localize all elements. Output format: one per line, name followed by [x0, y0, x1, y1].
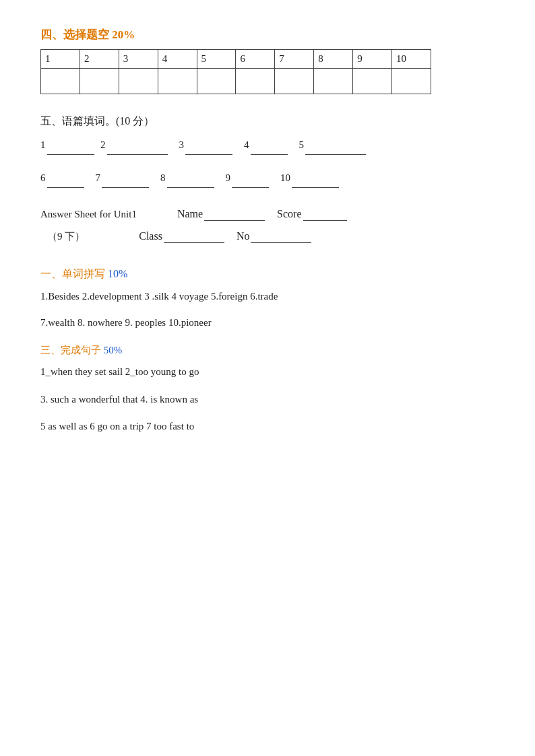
- table-header-5: 5: [197, 50, 236, 69]
- table-answer-9[interactable]: [353, 69, 392, 94]
- table-header-7: 7: [275, 50, 314, 69]
- section-one: 一、单词拼写 10% 1.Besides 2.development 3 .si…: [40, 267, 495, 332]
- fill-blank-9[interactable]: [232, 167, 269, 188]
- no-field[interactable]: [251, 230, 311, 243]
- fill-row-2: 6 7 8 9 10: [40, 167, 495, 188]
- table-answer-3[interactable]: [119, 69, 158, 94]
- table-header-9: 9: [353, 50, 392, 69]
- fill-blank-1[interactable]: [47, 134, 94, 155]
- section-three-title-text: 三、完成句子: [40, 345, 104, 355]
- fill-num-5: 5: [299, 139, 305, 150]
- fill-num-4: 4: [244, 139, 249, 150]
- sentence-1: 1_when they set sail 2_too young to go: [40, 362, 495, 382]
- table-header-8: 8: [314, 50, 353, 69]
- choice-table: 12345678910: [40, 49, 431, 94]
- fill-num-3: 3: [179, 139, 185, 150]
- fill-blank-5[interactable]: [305, 134, 366, 155]
- answer-sheet-class-section: Class No: [139, 230, 313, 243]
- answer-sheet-sub-title: （9 下）: [47, 230, 85, 243]
- section-one-pct: 10%: [108, 268, 127, 279]
- section-three: 三、完成句子 50% 1_when they set sail 2_too yo…: [40, 344, 495, 436]
- answer-sheet-top-row: Answer Sheet for Unit1 Name Score: [40, 208, 495, 221]
- table-answer-6[interactable]: [236, 69, 275, 94]
- section-five: 五、语篇填词。(10 分） 1 2 3 4 5 6 7 8 9 10: [40, 114, 495, 188]
- sentence-2: 3. such a wonderful that 4. is known as: [40, 390, 495, 409]
- score-field[interactable]: [303, 208, 347, 221]
- table-answer-7[interactable]: [275, 69, 314, 94]
- vocab-row-1: 1.Besides 2.development 3 .silk 4 voyage…: [40, 287, 495, 306]
- fill-num-9: 9: [226, 172, 231, 183]
- section-three-pct: 50%: [104, 345, 123, 355]
- table-header-row: 12345678910: [41, 50, 431, 69]
- score-label: Score: [277, 208, 301, 219]
- fill-num-10: 10: [280, 172, 290, 183]
- table-header-3: 3: [119, 50, 158, 69]
- table-header-1: 1: [41, 50, 80, 69]
- fill-blank-3[interactable]: [185, 134, 232, 155]
- fill-blank-6[interactable]: [47, 167, 84, 188]
- section-four-title: 四、选择题空 20%: [40, 27, 495, 42]
- section-one-title: 一、单词拼写 10%: [40, 267, 495, 281]
- section-one-title-text: 一、单词拼写: [40, 268, 108, 279]
- table-answer-2[interactable]: [80, 69, 119, 94]
- fill-blank-7[interactable]: [102, 167, 149, 188]
- table-answer-5[interactable]: [197, 69, 236, 94]
- fill-num-8: 8: [160, 172, 166, 183]
- table-header-6: 6: [236, 50, 275, 69]
- section-four: 四、选择题空 20% 12345678910: [40, 27, 495, 94]
- table-answer-4[interactable]: [158, 69, 197, 94]
- answer-sheet-bottom-row: （9 下） Class No: [47, 230, 495, 243]
- fill-num-6: 6: [40, 172, 46, 183]
- answer-sheet-title: Answer Sheet for Unit1: [40, 209, 137, 220]
- sentence-3: 5 as well as 6 go on a trip 7 too fast t…: [40, 417, 495, 436]
- table-header-2: 2: [80, 50, 119, 69]
- table-answer-10[interactable]: [392, 69, 431, 94]
- fill-num-1: 1: [40, 139, 46, 150]
- name-field[interactable]: [204, 208, 265, 221]
- answer-sheet: Answer Sheet for Unit1 Name Score （9 下） …: [40, 208, 495, 243]
- table-header-10: 10: [392, 50, 431, 69]
- fill-blank-10[interactable]: [292, 167, 339, 188]
- fill-blank-4[interactable]: [251, 134, 288, 155]
- fill-blank-8[interactable]: [167, 167, 214, 188]
- table-answer-1[interactable]: [41, 69, 80, 94]
- section-three-title: 三、完成句子 50%: [40, 344, 495, 357]
- name-label: Name: [177, 208, 203, 219]
- table-answer-row: [41, 69, 431, 94]
- fill-blank-2[interactable]: [107, 134, 168, 155]
- fill-row-1: 1 2 3 4 5: [40, 134, 495, 155]
- section-five-title: 五、语篇填词。(10 分）: [40, 114, 495, 129]
- table-answer-8[interactable]: [314, 69, 353, 94]
- no-label: No: [237, 230, 250, 242]
- class-label: Class: [139, 230, 162, 242]
- class-field[interactable]: [164, 230, 224, 243]
- fill-num-7: 7: [96, 172, 101, 183]
- vocab-row-2: 7.wealth 8. nowhere 9. peoples 10.pionee…: [40, 313, 495, 333]
- table-header-4: 4: [158, 50, 197, 69]
- fill-num-2: 2: [98, 139, 105, 150]
- answer-sheet-name-section: Name Score: [177, 208, 348, 221]
